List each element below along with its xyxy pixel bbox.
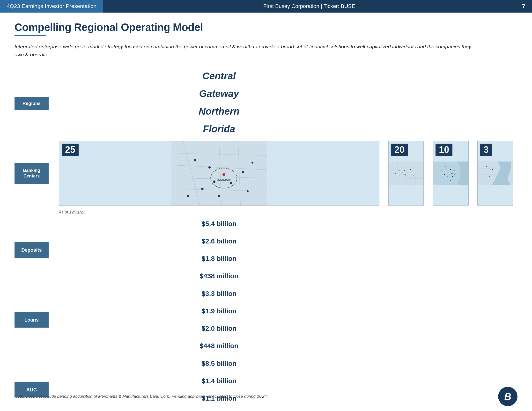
svg-point-19 [218, 195, 220, 197]
presentation-title-text: 4Q23 Earnings Investor Presentation [7, 3, 96, 9]
map-cell-northern: 10 Chicago [428, 139, 473, 208]
map-cell-central: 25 [54, 139, 384, 208]
map-florida: 3 [477, 141, 513, 206]
deposits-row: Deposits $5.4 billion $2.6 billion $1.8 … [15, 215, 517, 285]
svg-text:Cape Coral: Cape Coral [489, 168, 494, 169]
svg-point-57 [450, 180, 451, 181]
svg-point-49 [454, 170, 455, 171]
deposits-gateway: $2.6 billion [54, 233, 384, 250]
map-svg-central: Indianapolis [59, 141, 379, 206]
deposits-florida: $438 million [54, 267, 384, 285]
page-number-text: 7 [522, 3, 525, 10]
svg-point-53 [448, 176, 449, 177]
col-header-gateway: Gateway [54, 86, 384, 103]
banking-centers-row: BankingCenters 25 [15, 139, 517, 208]
map-number-central: 25 [62, 144, 79, 156]
svg-point-54 [452, 176, 453, 177]
presentation-label: 4Q23 Earnings Investor Presentation [0, 0, 103, 13]
main-table: Regions Central Gateway Northern Florida… [15, 68, 517, 411]
svg-point-56 [440, 179, 441, 179]
loans-florida: $448 million [54, 337, 384, 355]
svg-point-55 [442, 170, 442, 171]
top-bar: 4Q23 Earnings Investor Presentation Firs… [0, 0, 532, 13]
loans-central: $3.3 billion [54, 285, 384, 302]
svg-point-31 [399, 170, 399, 171]
map-number-gateway: 20 [391, 144, 408, 156]
loans-label: Loans [15, 312, 49, 327]
loans-gateway: $1.9 billion [54, 302, 384, 320]
svg-text:Port Charlotte: Port Charlotte [482, 165, 488, 167]
svg-point-18 [247, 190, 249, 192]
svg-point-36 [410, 169, 411, 170]
svg-point-9 [194, 159, 196, 161]
svg-point-51 [447, 172, 448, 173]
deposits-label: Deposits [15, 242, 49, 258]
svg-point-35 [407, 172, 408, 173]
svg-point-14 [201, 188, 204, 190]
svg-point-16 [251, 162, 253, 164]
page-number: 7 [515, 0, 532, 13]
svg-point-58 [445, 167, 446, 167]
map-number-northern: 10 [436, 144, 452, 156]
svg-point-38 [395, 173, 396, 174]
col-header-central: Central [54, 68, 384, 86]
banking-centers-label: BankingCenters [15, 163, 49, 184]
auc-florida: $1.1 billion [54, 407, 384, 411]
deposits-northern: $1.8 billion [54, 250, 384, 267]
svg-text:St. Louis: St. Louis [402, 174, 406, 175]
svg-point-37 [413, 175, 413, 176]
svg-point-12 [213, 181, 216, 183]
logo-text: B [504, 391, 512, 402]
svg-point-30 [401, 172, 402, 173]
svg-rect-21 [389, 161, 423, 185]
svg-point-39 [401, 179, 402, 179]
svg-text:Chicago: Chicago [450, 173, 456, 175]
company-title-text: First Busey Corporation | Ticker: BUSE [263, 3, 355, 9]
col-header-northern: Northern [54, 103, 384, 121]
svg-text:Indianapolis: Indianapolis [217, 178, 231, 181]
svg-point-32 [404, 170, 405, 171]
svg-point-52 [444, 174, 445, 175]
map-cell-gateway: 20 [384, 139, 428, 208]
footer-note: Note: Does not include pending acquisiti… [15, 394, 268, 399]
svg-point-67 [484, 179, 485, 179]
footer: Note: Does not include pending acquisiti… [15, 387, 517, 406]
main-content: Compelling Regional Operating Model Inte… [0, 13, 532, 411]
page-title: Compelling Regional Operating Model [15, 21, 517, 33]
auc-central: $8.5 billion [54, 355, 384, 372]
svg-point-66 [489, 176, 490, 177]
company-logo: B [498, 387, 517, 406]
loans-row: Loans $3.3 billion $1.9 billion $2.0 bil… [15, 285, 517, 355]
subtitle: Integrated enterprise-wide go-to-market … [15, 43, 474, 58]
svg-point-50 [450, 169, 451, 170]
as-of-date: As of 12/31/23 [59, 210, 85, 215]
svg-point-10 [209, 166, 211, 169]
regions-label: Regions [15, 97, 49, 110]
svg-point-34 [399, 176, 400, 177]
loans-northern: $2.0 billion [54, 320, 384, 337]
svg-point-13 [230, 182, 232, 184]
title-underline [15, 35, 46, 36]
deposits-central: $5.4 billion [54, 215, 384, 233]
svg-point-15 [242, 171, 244, 173]
header-row: Regions Central Gateway Northern Florida [15, 68, 517, 139]
map-gateway: 20 [388, 141, 424, 206]
company-label: First Busey Corporation | Ticker: BUSE [103, 0, 515, 13]
svg-point-11 [222, 173, 225, 176]
map-northern: 10 Chicago [433, 141, 468, 206]
col-header-florida: Florida [54, 121, 384, 139]
as-of-date-row: As of 12/31/23 [15, 208, 517, 215]
map-number-florida: 3 [480, 144, 492, 156]
map-cell-florida: 3 [473, 139, 517, 208]
map-central: 25 [59, 141, 380, 206]
svg-point-17 [187, 195, 189, 197]
